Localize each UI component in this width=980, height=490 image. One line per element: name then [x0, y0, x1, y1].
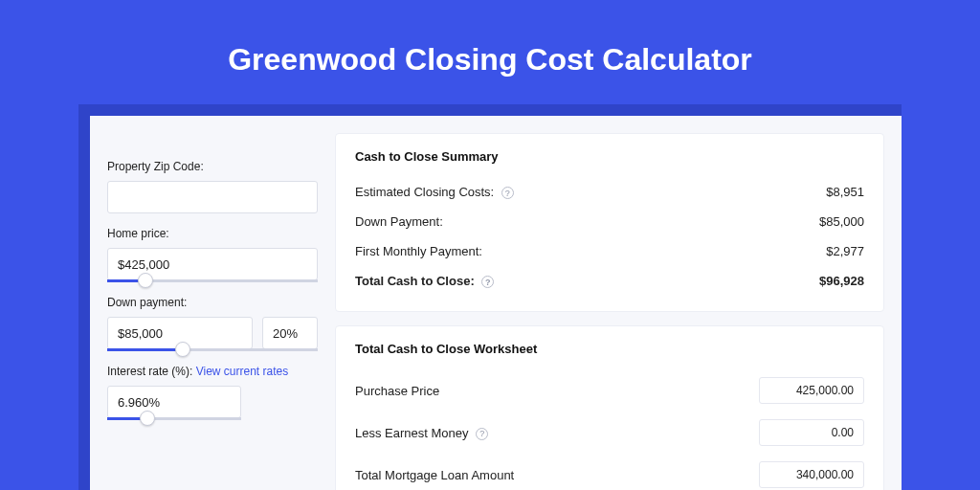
summary-value: $85,000 — [819, 214, 864, 229]
summary-panel: Cash to Close Summary Estimated Closing … — [335, 133, 884, 312]
summary-row: Estimated Closing Costs: ? $8,951 — [355, 177, 864, 207]
down-payment-field: Down payment: — [107, 296, 318, 351]
home-price-field: Home price: — [107, 227, 318, 282]
summary-row: First Monthly Payment: $2,977 — [355, 236, 864, 266]
summary-total-row: Total Cash to Close: ? $96,928 — [355, 266, 864, 296]
summary-label: First Monthly Payment: — [355, 244, 482, 258]
interest-label-text: Interest rate (%): — [107, 365, 192, 378]
page-title: Greenwood Closing Cost Calculator — [228, 42, 752, 78]
worksheet-label: Purchase Price — [355, 384, 439, 398]
summary-total-value: $96,928 — [819, 274, 864, 288]
interest-input[interactable] — [107, 386, 241, 418]
interest-label: Interest rate (%): View current rates — [107, 365, 318, 378]
worksheet-row: Total Mortgage Loan Amount — [355, 454, 864, 490]
slider-handle[interactable] — [140, 411, 155, 426]
zip-label: Property Zip Code: — [107, 160, 318, 173]
worksheet-title: Total Cash to Close Worksheet — [355, 342, 864, 356]
worksheet-value[interactable] — [759, 377, 864, 404]
summary-title: Cash to Close Summary — [355, 149, 864, 164]
worksheet-value[interactable] — [759, 461, 864, 488]
inputs-column: Property Zip Code: Home price: Down paym… — [107, 133, 318, 490]
calculator-card: Property Zip Code: Home price: Down paym… — [90, 116, 902, 490]
zip-field: Property Zip Code: — [107, 160, 318, 213]
summary-label: Estimated Closing Costs: — [355, 185, 494, 199]
down-payment-slider[interactable] — [107, 348, 318, 351]
down-payment-label: Down payment: — [107, 296, 318, 309]
summary-value: $8,951 — [826, 185, 864, 199]
help-icon[interactable]: ? — [501, 187, 514, 199]
help-icon[interactable]: ? — [481, 276, 494, 288]
interest-slider[interactable] — [107, 417, 241, 420]
zip-input[interactable] — [107, 181, 318, 213]
interest-field: Interest rate (%): View current rates — [107, 365, 318, 420]
worksheet-row: Purchase Price — [355, 369, 864, 412]
worksheet-label: Less Earnest Money — [355, 426, 469, 440]
slider-handle[interactable] — [138, 273, 153, 288]
worksheet-label: Total Mortgage Loan Amount — [355, 468, 514, 482]
summary-value: $2,977 — [826, 244, 864, 258]
home-price-slider[interactable] — [107, 279, 318, 282]
view-rates-link[interactable]: View current rates — [196, 365, 289, 378]
card-shadow: Property Zip Code: Home price: Down paym… — [78, 104, 902, 490]
summary-total-label: Total Cash to Close: — [355, 274, 475, 288]
summary-label: Down Payment: — [355, 214, 443, 229]
slider-handle[interactable] — [175, 342, 190, 357]
worksheet-value[interactable] — [759, 419, 864, 446]
down-payment-pct-input[interactable] — [262, 317, 318, 349]
summary-row: Down Payment: $85,000 — [355, 207, 864, 236]
worksheet-panel: Total Cash to Close Worksheet Purchase P… — [335, 325, 884, 490]
home-price-label: Home price: — [107, 227, 318, 240]
worksheet-row: Less Earnest Money ? — [355, 412, 864, 454]
results-column: Cash to Close Summary Estimated Closing … — [335, 133, 884, 490]
help-icon[interactable]: ? — [476, 428, 488, 440]
